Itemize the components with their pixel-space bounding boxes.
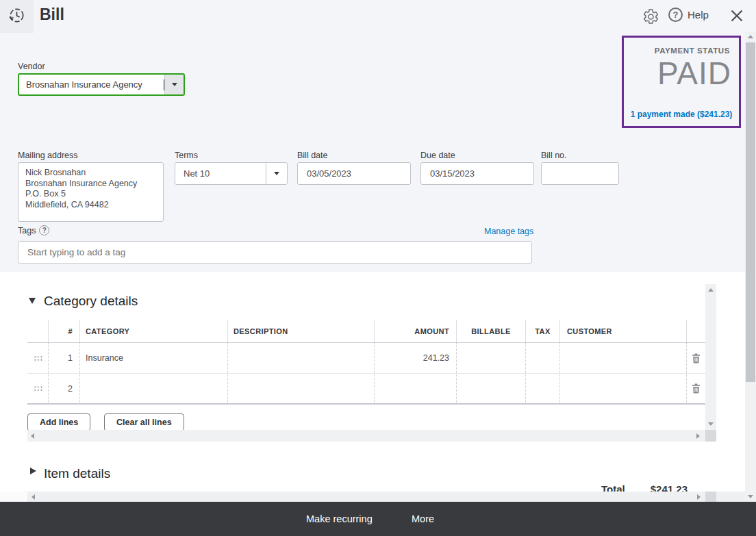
vendor-combobox[interactable]: Brosnahan Insurance Agency (18, 73, 185, 96)
total-row: Total $241.23 (582, 482, 705, 492)
expand-item-details-icon[interactable] (30, 468, 36, 474)
bill-date-input[interactable] (297, 162, 411, 185)
header-number: # (48, 320, 79, 342)
amount-cell[interactable]: 241.23 (374, 343, 456, 373)
scrollbar-corner (705, 430, 716, 442)
scroll-left-icon[interactable] (31, 433, 34, 439)
trash-icon (692, 383, 701, 394)
collapse-category-details-icon[interactable] (29, 298, 36, 304)
drag-dots-icon (33, 385, 42, 392)
close-icon[interactable] (727, 6, 746, 25)
chevron-down-icon (274, 172, 279, 175)
help-button[interactable]: ? Help (668, 8, 709, 22)
recent-transactions-button[interactable] (0, 0, 34, 33)
drag-handle[interactable] (27, 343, 48, 373)
scroll-right-icon[interactable] (697, 494, 701, 500)
tax-cell[interactable] (525, 374, 559, 403)
scroll-down-icon[interactable] (708, 422, 714, 426)
footer-bar: Cancel Make recurring More Save Save and… (0, 502, 756, 536)
category-cell[interactable] (79, 374, 227, 403)
description-cell[interactable] (227, 374, 374, 403)
row-number: 1 (48, 343, 79, 373)
total-value: $241.23 (651, 482, 688, 492)
header-drag-column (27, 320, 48, 342)
payment-status-panel: PAYMENT STATUS PAID 1 payment made ($241… (622, 36, 741, 128)
delete-row-button[interactable] (686, 343, 705, 373)
description-cell[interactable] (227, 343, 374, 373)
manage-tags-link[interactable]: Manage tags (484, 227, 533, 236)
bill-no-label: Bill no. (541, 151, 567, 160)
tags-help-icon[interactable]: ? (39, 225, 49, 235)
page-horizontal-scrollbar[interactable] (0, 492, 745, 502)
mailing-address-field[interactable]: Nick Brosnahan Brosnahan Insurance Agenc… (18, 162, 164, 222)
payment-status-label: PAYMENT STATUS (624, 47, 730, 55)
chevron-down-icon (172, 83, 177, 86)
header-amount: AMOUNT (374, 320, 456, 342)
table-vertical-scrollbar[interactable] (705, 284, 716, 430)
terms-label: Terms (175, 151, 198, 160)
billable-cell[interactable] (456, 343, 525, 373)
table-row: 2 (27, 374, 705, 405)
vendor-label: Vendor (18, 62, 45, 71)
row-number: 2 (48, 374, 79, 403)
table-row: 1 Insurance 241.23 (27, 343, 705, 374)
mailing-address-label: Mailing address (18, 151, 78, 160)
due-date-label: Due date (420, 151, 455, 160)
item-details-title[interactable]: Item details (44, 466, 110, 481)
header-billable: BILLABLE (456, 320, 525, 342)
billable-cell[interactable] (456, 374, 525, 403)
terms-dropdown-arrow[interactable] (266, 163, 287, 184)
delete-row-button[interactable] (686, 374, 705, 403)
add-lines-button[interactable]: Add lines (27, 413, 90, 431)
tags-label: Tags (18, 226, 36, 235)
terms-combobox[interactable]: Net 10 (175, 162, 288, 185)
help-label: Help (688, 9, 709, 21)
scrollbar-corner (705, 492, 716, 502)
tags-input[interactable] (18, 241, 532, 264)
scroll-up-icon[interactable] (708, 288, 714, 292)
header-description: DESCRIPTION (227, 320, 374, 342)
page-vertical-scrollbar[interactable] (745, 31, 756, 502)
scroll-down-icon[interactable] (748, 495, 753, 498)
scroll-right-icon[interactable] (696, 433, 700, 439)
vendor-value: Brosnahan Insurance Agency (19, 79, 164, 90)
vendor-dropdown-arrow[interactable] (164, 75, 184, 94)
clock-history-icon (8, 6, 26, 27)
header-category: CATEGORY (79, 320, 227, 342)
total-label: Total (601, 482, 625, 492)
table-header-row: # CATEGORY DESCRIPTION AMOUNT BILLABLE T… (27, 320, 705, 343)
header-trash-column (686, 320, 705, 342)
scroll-left-icon[interactable] (32, 494, 35, 500)
header-customer: CUSTOMER (559, 320, 686, 342)
drag-dots-icon (33, 355, 42, 362)
bill-date-label: Bill date (297, 151, 327, 160)
payment-status-value: PAID (624, 56, 731, 90)
scrollbar-thumb[interactable] (746, 42, 755, 382)
customer-cell[interactable] (559, 374, 686, 403)
customer-cell[interactable] (559, 343, 686, 373)
page-title: Bill (40, 5, 64, 24)
more-button[interactable]: More (412, 502, 434, 536)
category-details-title[interactable]: Category details (44, 294, 138, 309)
bill-no-input[interactable] (541, 162, 619, 185)
trash-icon (692, 353, 701, 363)
table-horizontal-scrollbar[interactable] (27, 430, 705, 442)
make-recurring-button[interactable]: Make recurring (306, 502, 373, 536)
clear-all-lines-button[interactable]: Clear all lines (104, 413, 184, 431)
due-date-input[interactable] (420, 162, 534, 185)
drag-handle[interactable] (27, 374, 48, 403)
payment-made-link[interactable]: 1 payment made ($241.23) (624, 110, 739, 119)
terms-value: Net 10 (175, 168, 266, 179)
tax-cell[interactable] (525, 343, 559, 373)
gear-icon[interactable] (641, 7, 660, 26)
scroll-up-icon[interactable] (748, 35, 753, 38)
help-icon: ? (668, 8, 683, 22)
bill-form-window: Bill ? Help PAYMENT STATUS PAID 1 paymen… (0, 0, 756, 536)
amount-cell[interactable] (374, 374, 456, 403)
header-tax: TAX (525, 320, 559, 342)
scrollbar-thumb[interactable] (0, 492, 27, 502)
category-details-table: # CATEGORY DESCRIPTION AMOUNT BILLABLE T… (27, 320, 705, 405)
category-cell[interactable]: Insurance (79, 343, 227, 373)
